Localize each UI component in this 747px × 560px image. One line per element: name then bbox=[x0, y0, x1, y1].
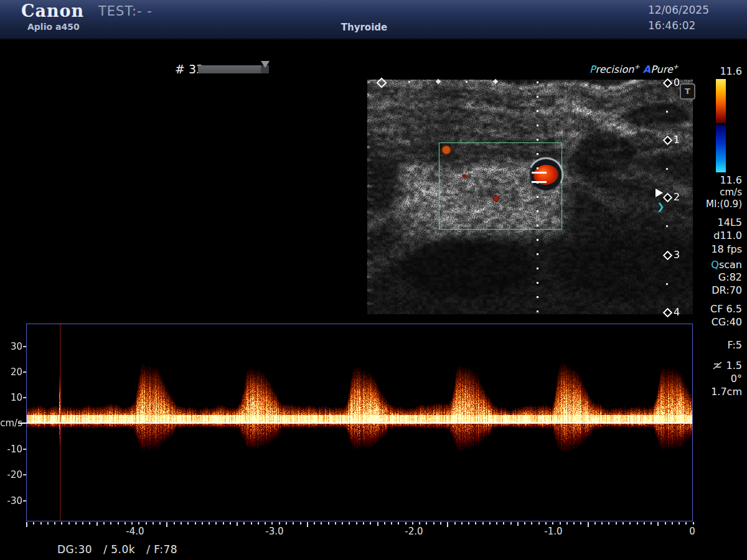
spectral-time-tick bbox=[33, 522, 34, 525]
cf-label: CF 6.5 bbox=[710, 303, 742, 315]
model-label: Aplio a450 bbox=[27, 22, 80, 32]
angle-label: 0° bbox=[731, 373, 742, 385]
spectral-time-tick bbox=[293, 522, 294, 525]
depth-mark-label: 0 bbox=[674, 77, 680, 88]
spectral-time-tick bbox=[356, 522, 357, 525]
patient-id[interactable]: TEST:- - bbox=[98, 4, 153, 19]
spectral-time-tick bbox=[426, 522, 427, 525]
spectral-time-tick bbox=[454, 522, 456, 525]
color-doppler-colorbar bbox=[716, 79, 726, 172]
colorbar-max-label: 11.6 bbox=[720, 65, 742, 77]
time-display: 16:46:02 bbox=[648, 19, 695, 32]
t-orientation-button[interactable]: T bbox=[680, 83, 695, 100]
spectral-time-tick bbox=[637, 522, 638, 525]
spectral-time-tick bbox=[482, 522, 484, 525]
spectral-time-tick bbox=[538, 522, 540, 525]
spectral-time-tick bbox=[54, 522, 55, 525]
spectral-time-tick bbox=[202, 522, 203, 525]
spectral-time-tick bbox=[468, 522, 469, 525]
spectral-time-tick bbox=[286, 522, 287, 525]
color-doppler-roi-box[interactable] bbox=[439, 142, 562, 230]
spectral-x-axis-label: -2.0 bbox=[400, 526, 428, 537]
spectral-time-tick bbox=[26, 522, 27, 527]
ultrasound-screen: Canon Aplio a450 TEST:- - Thyroide 12/06… bbox=[0, 0, 747, 560]
depth-mark-label: 1 bbox=[674, 134, 680, 146]
apure-label: Pure bbox=[651, 63, 673, 75]
mi-label: MI:(0.9) bbox=[706, 198, 742, 210]
spectral-time-tick bbox=[510, 522, 512, 525]
spectral-time-tick bbox=[328, 522, 329, 525]
cine-slider-marker[interactable] bbox=[261, 61, 270, 68]
wall-filter-value: 1.5 bbox=[726, 360, 742, 371]
spectral-time-tick bbox=[146, 522, 147, 525]
exam-preset[interactable]: Thyroide bbox=[280, 22, 448, 33]
spectral-doppler-trace bbox=[26, 324, 693, 521]
spectral-time-tick bbox=[131, 522, 133, 525]
spectral-time-tick bbox=[412, 522, 413, 525]
filter-label: F:5 bbox=[727, 339, 742, 351]
spectral-time-tick bbox=[75, 522, 77, 525]
qscan-initial: Q bbox=[711, 259, 719, 271]
spectral-time-tick bbox=[531, 522, 532, 525]
colorbar-min-label: 11.6 bbox=[720, 174, 742, 186]
spectral-y-tick bbox=[23, 346, 26, 347]
spectral-time-tick bbox=[644, 522, 645, 525]
canon-logo: Canon bbox=[21, 1, 84, 21]
depth-ruler-dot bbox=[666, 168, 668, 170]
spectral-time-tick bbox=[616, 522, 617, 525]
spectral-y-tick bbox=[23, 474, 26, 475]
spectral-time-tick bbox=[349, 522, 350, 525]
spectral-time-tick bbox=[447, 522, 448, 527]
spectral-time-tick bbox=[377, 522, 378, 526]
wall-filter-row: 1.5 bbox=[712, 360, 742, 371]
spectral-time-tick bbox=[672, 522, 673, 525]
spectral-time-tick bbox=[223, 522, 224, 525]
spectral-time-tick bbox=[314, 522, 315, 525]
spectral-time-tick bbox=[384, 522, 385, 525]
velocity-unit-label: cm/s bbox=[720, 187, 742, 198]
spectral-y-axis-label: cm/s bbox=[0, 418, 22, 429]
spectral-time-tick bbox=[679, 522, 680, 525]
spectral-time-tick bbox=[61, 522, 62, 525]
spectral-time-tick bbox=[243, 522, 245, 525]
gain-label: G:82 bbox=[718, 271, 742, 283]
doppler-status-line: DG:30/ 5.0k/ F:78 bbox=[57, 543, 189, 556]
spectral-time-tick bbox=[503, 522, 504, 525]
spectral-time-tick bbox=[96, 522, 98, 526]
spectral-time-tick bbox=[440, 522, 441, 525]
spectral-time-tick bbox=[265, 522, 266, 525]
spectral-time-tick bbox=[271, 522, 273, 525]
depth-ruler-dot bbox=[666, 283, 668, 285]
spectral-time-tick bbox=[300, 522, 301, 525]
spectral-time-tick bbox=[335, 522, 336, 525]
spectral-time-tick bbox=[573, 522, 575, 525]
cine-slider[interactable] bbox=[198, 65, 269, 73]
spectral-time-tick bbox=[517, 522, 519, 526]
spectral-time-tick bbox=[580, 522, 581, 525]
spectral-time-tick bbox=[118, 522, 119, 525]
apure-initial: A bbox=[643, 63, 651, 75]
spectral-y-axis-label: 10 bbox=[0, 392, 22, 403]
spectral-y-tick bbox=[23, 449, 26, 450]
spectral-time-tick bbox=[496, 522, 497, 525]
spectral-time-tick bbox=[82, 522, 83, 525]
doppler-cursor-line[interactable] bbox=[537, 82, 538, 313]
spectral-time-tick bbox=[363, 522, 364, 525]
spectral-time-tick bbox=[475, 522, 476, 525]
spectral-time-tick bbox=[657, 522, 659, 526]
spectral-time-tick bbox=[138, 522, 139, 525]
top-ruler-dot bbox=[408, 81, 410, 83]
spectral-time-tick bbox=[545, 522, 547, 525]
focus-marker-icon[interactable] bbox=[655, 189, 663, 197]
transducer-label: 14L5 bbox=[718, 217, 742, 228]
spectral-y-axis-label: -30 bbox=[0, 495, 22, 506]
spectral-time-tick bbox=[461, 522, 463, 525]
spectral-y-tick bbox=[23, 397, 26, 398]
spectral-time-tick bbox=[489, 522, 491, 525]
spectral-time-tick bbox=[391, 522, 392, 525]
sv-depth-label: 1.7cm bbox=[711, 386, 742, 398]
prf-value: / 5.0k bbox=[103, 543, 135, 556]
top-ruler-dot bbox=[466, 81, 467, 83]
spectral-y-axis-label: -20 bbox=[0, 469, 22, 480]
precision-label: recision bbox=[595, 63, 634, 75]
